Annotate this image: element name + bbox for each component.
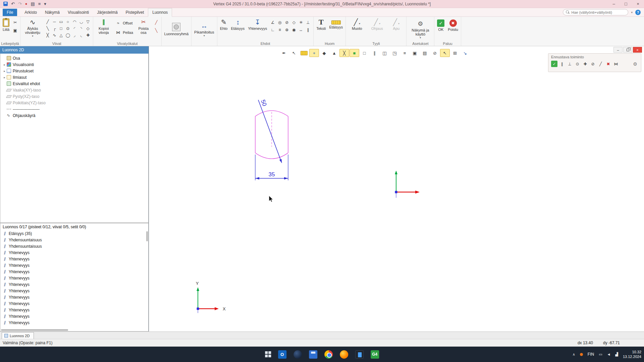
pattern-icon[interactable]: ✳ — [298, 19, 304, 26]
help-icon[interactable]: ? — [635, 10, 641, 15]
corner-icon[interactable]: ┌ — [51, 25, 58, 32]
tree-item-yz-plane[interactable]: Poikittais(YZ)-taso — [0, 100, 148, 106]
parallel-icon[interactable]: ∥ — [305, 26, 311, 33]
arc-tl-icon[interactable]: ◜ — [71, 25, 78, 32]
perpendicular-constraint-icon[interactable]: ⊥ — [567, 61, 573, 67]
constraint-item[interactable]: ∥Yhtenevyys — [0, 288, 148, 294]
extend-icon[interactable]: ╲ — [153, 27, 160, 34]
record-icon[interactable]: ● — [25, 2, 28, 6]
undo-icon[interactable]: ↶ — [11, 2, 15, 6]
copy-icon[interactable]: ▣ — [12, 27, 18, 34]
snap-endpoint-icon[interactable]: ◆ — [319, 49, 329, 57]
constraint-item[interactable]: ∥Yhtenevyys — [0, 307, 148, 313]
cut-icon[interactable]: ✂ — [12, 19, 18, 26]
tab-pistepilvet[interactable]: Pistepilvet — [122, 8, 148, 17]
g4-app-icon[interactable]: G4 — [371, 350, 379, 359]
constraint-item[interactable]: ∥Yhtenevyys — [0, 256, 148, 262]
expand-icon[interactable]: ▸ — [2, 63, 7, 66]
ortho-icon[interactable]: □ — [360, 49, 369, 57]
search-chevron-icon[interactable]: ▾ — [631, 11, 633, 14]
ruler-icon[interactable] — [299, 49, 309, 57]
tab-arkisto[interactable]: Arkisto — [20, 8, 41, 17]
constraint-item[interactable]: ∥Yhtenevyys — [0, 313, 148, 319]
constraint-item[interactable]: ∥Yhtenevyys — [0, 262, 148, 268]
search-box[interactable] — [563, 9, 628, 15]
circle-icon[interactable]: ○ — [64, 18, 71, 25]
arc-bottom-icon[interactable]: ◡ — [78, 18, 85, 25]
paste-button[interactable]: Liitä — [2, 18, 10, 32]
pan-icon[interactable]: ↘ — [460, 49, 470, 57]
sheet-icon[interactable]: ▤ — [420, 49, 430, 57]
no-constraint-icon[interactable]: ⊘ — [590, 61, 596, 67]
sketch-geometry[interactable] — [255, 111, 288, 159]
mdi-minimize-button[interactable]: – — [613, 47, 623, 53]
exit-button[interactable]: ✖ Poistu — [447, 19, 459, 32]
grid-snap-icon[interactable]: ■ — [350, 49, 359, 57]
triangle-icon[interactable]: △ — [58, 32, 64, 39]
tree-item-separator[interactable]: -------------------- — [0, 106, 148, 112]
delete-part-button[interactable]: ✂ Poista osa — [136, 18, 152, 35]
box-view-icon[interactable]: ◫ — [380, 49, 389, 57]
tree-item-visualisointi[interactable]: ▸Visualisointi — [0, 61, 148, 68]
arc-bl-icon[interactable]: ◟ — [78, 32, 85, 39]
concentric-icon[interactable]: ◎ — [276, 19, 283, 26]
constraint-item[interactable]: ∥Yhtenevyys — [0, 300, 148, 307]
coincident-icon[interactable]: ⊕ — [283, 26, 290, 33]
mdi-close-button[interactable]: × — [633, 47, 642, 53]
symmetry-icon[interactable]: ◇ — [290, 19, 297, 26]
tree-item-osa[interactable]: Osa — [0, 55, 148, 61]
horizontal-scrollbar[interactable] — [1, 329, 146, 331]
plus-icon[interactable]: ✚ — [85, 32, 91, 39]
offset-button[interactable]: ≈ Offset — [114, 19, 133, 27]
save-icon[interactable] — [3, 2, 8, 6]
grid-icon[interactable]: ⊞ — [450, 49, 460, 57]
tab-jarjestelma[interactable]: Järjestelmä — [93, 8, 121, 17]
constraint-item[interactable]: ∥Yhdensuuntaisuus — [0, 243, 148, 249]
settings-gear-icon[interactable]: ⚙ — [632, 61, 638, 67]
mirror-button[interactable]: ⋈ Peilaa — [114, 28, 134, 37]
search-input[interactable] — [571, 10, 622, 14]
list-icon[interactable]: ≡ — [400, 49, 410, 57]
highlight-cursor-icon[interactable]: ↖ — [440, 49, 450, 57]
constraint-item[interactable]: ∥Etäisyys (35) — [0, 230, 148, 237]
arc-top-icon[interactable]: ◠ — [71, 18, 78, 25]
angle-constraint-icon[interactable]: ∠ — [269, 19, 276, 26]
view-settings-button[interactable]: ⚙ Näkymä ja käyttö ▾ — [408, 19, 432, 40]
chrome-icon[interactable] — [324, 350, 333, 359]
text-button[interactable]: T Teksti — [315, 18, 327, 31]
coincident-constraint-button[interactable]: ↧ Yhtenevyys — [247, 18, 268, 31]
tab-luonnos-2d[interactable]: Luonnos 2D — [2, 332, 34, 339]
constraint-item[interactable]: ∥Yhtenevyys — [0, 281, 148, 288]
parallel-snap-icon[interactable]: ∥ — [370, 49, 379, 57]
tree-item-esivalitut-ehdot[interactable]: Esivalitut ehdot — [0, 80, 148, 87]
right-angle-icon[interactable]: ∟ — [269, 26, 276, 33]
language-indicator[interactable]: FIN — [588, 352, 594, 357]
file-menu-button[interactable]: File — [3, 9, 17, 16]
hline-icon[interactable]: ─ — [51, 18, 58, 25]
copy-view-icon[interactable]: ▣ — [410, 49, 420, 57]
trim-icon[interactable]: ╱ — [153, 19, 160, 26]
qat-chevron-icon[interactable]: ▾ — [44, 2, 46, 6]
distance-constraint-button[interactable]: ↕ Etäisyys — [230, 18, 246, 31]
circle-center-icon[interactable]: ⊙ — [64, 25, 71, 32]
phone-link-icon[interactable] — [355, 350, 364, 359]
cross-lines-icon[interactable]: ╳ — [44, 32, 51, 39]
tree-item-ilmiasut[interactable]: ▸Ilmiasut — [0, 74, 148, 80]
dimension-50[interactable]: 50 — [258, 99, 282, 163]
triangle-down-icon[interactable]: ▽ — [85, 18, 91, 25]
ok-button[interactable]: ✓ OK — [436, 19, 445, 32]
equal-icon[interactable]: ≡ — [276, 26, 283, 33]
vertical-scrollbar[interactable] — [146, 231, 148, 328]
outlook-icon[interactable]: O — [278, 350, 286, 359]
add-constraint-icon[interactable]: ✚ — [582, 61, 588, 67]
expand-icon[interactable]: ▸ — [2, 69, 7, 73]
disk-app-icon[interactable] — [309, 350, 317, 359]
constraint-item[interactable]: ∥Yhtenevyys — [0, 319, 148, 326]
constraint-item[interactable]: ∥Yhtenevyys — [0, 294, 148, 300]
snap-intersection-icon[interactable]: ╳ — [339, 49, 349, 57]
arc-tr-icon[interactable]: ◝ — [78, 25, 85, 32]
smart-polyline-button[interactable]: ∿ Älykäs viivaketju ▾ — [22, 18, 43, 38]
horizontal-icon[interactable]: ↔ — [298, 26, 304, 33]
redo-icon[interactable]: ↷ — [18, 2, 22, 6]
line-icon[interactable]: ╱ — [44, 18, 51, 25]
